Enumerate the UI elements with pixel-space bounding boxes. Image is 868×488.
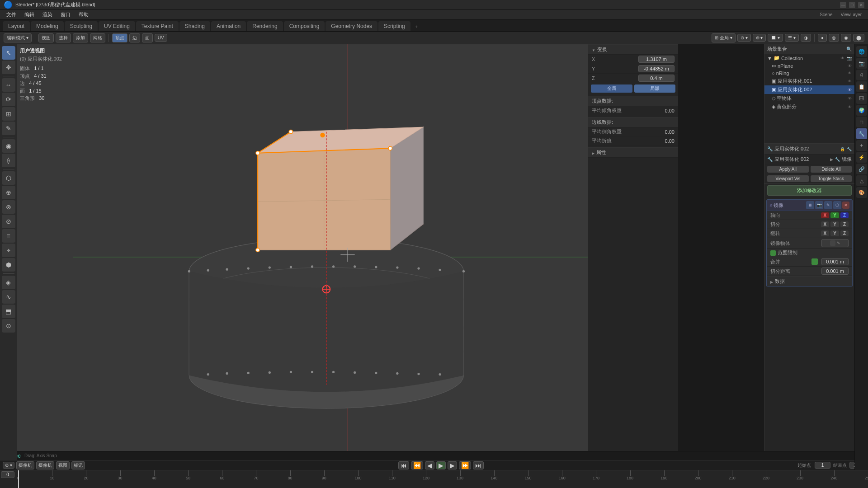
tab-animation[interactable]: Animation — [211, 21, 246, 31]
rotate-tool[interactable]: ⟳ — [2, 93, 15, 106]
timeline-view-btn[interactable]: 视图 — [56, 461, 70, 469]
solidify001-vis[interactable]: 👁 — [848, 79, 852, 84]
attributes-header[interactable]: 属性 — [588, 147, 678, 158]
select-menu[interactable]: 选择 — [56, 33, 71, 42]
tab-scripting[interactable]: Scripting — [378, 21, 410, 31]
prop-render-icon[interactable]: 📷 — [856, 58, 867, 69]
viewport-shading[interactable]: ● — [818, 34, 827, 42]
frame-start-input[interactable] — [815, 462, 830, 469]
collection-render-icon[interactable]: 📷 — [847, 56, 852, 61]
prev-frame-btn[interactable]: ◀ — [425, 461, 434, 469]
timeline-mode-btn[interactable]: ⊙ ▾ — [3, 462, 14, 469]
scope-local-btn[interactable]: 局部 — [634, 84, 676, 93]
bisect-z-btn[interactable]: Z — [840, 221, 849, 227]
timeline-markers-btn2[interactable]: 标记 — [71, 461, 85, 469]
prev-keyframe-btn[interactable]: ⏪ — [411, 461, 423, 469]
nplane-vis[interactable]: 👁 — [848, 64, 852, 68]
snap-toggle[interactable]: 🔲 ▾ — [768, 34, 783, 42]
timeline-markers-btn[interactable]: 摄像机 — [16, 461, 34, 469]
merge-checkbox[interactable] — [811, 258, 818, 265]
prop-constraints-icon[interactable]: 🔗 — [856, 164, 867, 174]
tab-layout[interactable]: Layout — [3, 21, 30, 31]
modifier-cage-icon[interactable]: ⬡ — [833, 201, 841, 209]
poly-build-tool[interactable]: ⬢ — [2, 258, 15, 272]
close-button[interactable]: ✕ — [858, 2, 864, 8]
bisect-y-btn[interactable]: Y — [830, 221, 839, 227]
viewport-3d[interactable]: 用户透视图 (0) 应用实体化.002 固体 1 / 1 顶点 4 / 31 边… — [17, 44, 678, 470]
outliner-nplane[interactable]: ▭ nPlane 👁 — [764, 62, 854, 70]
move-tool[interactable]: ↔ — [2, 78, 15, 92]
annotate-tool[interactable]: ◉ — [2, 139, 15, 153]
x-input[interactable] — [638, 56, 675, 63]
flip-y-btn[interactable]: Y — [830, 230, 839, 236]
maximize-button[interactable]: □ — [849, 2, 855, 8]
knife-tool[interactable]: ⌖ — [2, 244, 15, 257]
collection-vis-icon[interactable]: 👁 — [840, 56, 844, 61]
prop-scene-icon[interactable]: 🌐 — [856, 46, 867, 57]
yellow-vis[interactable]: 👁 — [848, 105, 852, 109]
play-btn[interactable]: ▶ — [436, 461, 446, 469]
snap-btn[interactable]: ⊞ 全局 ▾ — [712, 33, 736, 42]
mirror-object-picker[interactable]: ✎ — [821, 239, 849, 247]
outliner-filter-icon[interactable]: 🔍 — [846, 47, 852, 52]
tab-sculpting[interactable]: Sculpting — [65, 21, 98, 31]
transform-pivot[interactable]: ⊕ ▾ — [753, 34, 766, 42]
axis-x-btn[interactable]: X — [821, 212, 830, 218]
inset-tool[interactable]: ⊕ — [2, 186, 15, 199]
transform-section-header[interactable]: 变换 — [588, 44, 678, 55]
loop-cut-tool[interactable]: ⊘ — [2, 215, 15, 228]
minimize-button[interactable]: — — [840, 2, 846, 8]
mirror-object-edit[interactable]: ✎ — [837, 241, 840, 245]
timeline-snap-btn[interactable]: 摄像机 — [36, 461, 54, 469]
outliner-yellow[interactable]: ◈ 黄色部分 👁 — [764, 103, 854, 111]
menu-help[interactable]: 帮助 — [75, 10, 92, 19]
modifier-render-icon[interactable]: 📷 — [815, 201, 823, 209]
prop-data-icon[interactable]: △ — [856, 175, 867, 186]
modifier-lock-icon[interactable]: 🔒 — [840, 147, 845, 151]
view-menu[interactable]: 视图 — [38, 33, 54, 42]
offset-edge-loop-tool[interactable]: ≡ — [2, 229, 15, 243]
cursor-tool[interactable]: ✥ — [2, 61, 15, 74]
z-input[interactable] — [638, 75, 675, 82]
mode-selector[interactable]: 编辑模式 ▾ — [4, 33, 32, 42]
prop-output-icon[interactable]: 🖨 — [856, 70, 867, 80]
tab-rendering[interactable]: Rendering — [247, 21, 283, 31]
prop-modifier-icon[interactable]: 🔧 — [856, 128, 867, 139]
menu-window[interactable]: 窗口 — [57, 10, 74, 19]
empty-vis[interactable]: 👁 — [848, 96, 852, 101]
merge-value-input[interactable] — [821, 258, 849, 265]
y-input[interactable] — [638, 65, 675, 72]
menu-render[interactable]: 渲染 — [39, 10, 56, 19]
add-workspace-button[interactable]: + — [411, 22, 421, 31]
menu-edit[interactable]: 编辑 — [21, 10, 38, 19]
overlay-btn[interactable]: ☰ ▾ — [785, 34, 799, 42]
jump-end-btn[interactable]: ⏭ — [473, 461, 484, 469]
add-modifier-button[interactable]: 添加修改器 — [767, 185, 852, 196]
jump-start-btn[interactable]: ⏮ — [398, 461, 409, 469]
tab-shading[interactable]: Shading — [179, 21, 210, 31]
bevel-tool[interactable]: ⊗ — [2, 200, 15, 214]
vertex-select[interactable]: 顶点 — [112, 33, 127, 42]
edge-select[interactable]: 边 — [129, 33, 140, 42]
smooth-tool[interactable]: ∿ — [2, 290, 15, 304]
nring-vis[interactable]: 👁 — [848, 71, 852, 75]
flip-x-btn[interactable]: X — [821, 230, 830, 236]
prop-scene-data-icon[interactable]: 🎞 — [856, 93, 867, 104]
select-tool[interactable]: ↖ — [2, 46, 15, 60]
viewport-vis-button[interactable]: Viewport Vis — [767, 175, 809, 182]
proportional-edit[interactable]: ⊙ ▾ — [737, 34, 751, 42]
add-extrude-tool[interactable]: ⬡ — [2, 171, 15, 185]
measure-tool[interactable]: ⟠ — [2, 154, 15, 167]
bisect-distance-input[interactable] — [821, 267, 849, 275]
add-menu[interactable]: 添加 — [73, 33, 88, 42]
modifier-edit-icon[interactable]: ✎ — [824, 201, 832, 209]
scale-tool[interactable]: ⊞ — [2, 107, 15, 121]
outliner-solidify001[interactable]: ▣ 应用实体化.001 👁 — [764, 77, 854, 85]
prop-material-icon[interactable]: 🎨 — [856, 187, 867, 198]
viewport-shading-rendered[interactable]: ◉ — [841, 34, 851, 42]
viewport-shading-material[interactable]: ◍ — [829, 34, 839, 42]
spin-tool[interactable]: ◈ — [2, 276, 15, 289]
tab-compositing[interactable]: Compositing — [284, 21, 325, 31]
prop-view-layer-icon[interactable]: 📋 — [856, 81, 867, 92]
shrink-fatten-tool[interactable]: ⊙ — [2, 319, 15, 333]
